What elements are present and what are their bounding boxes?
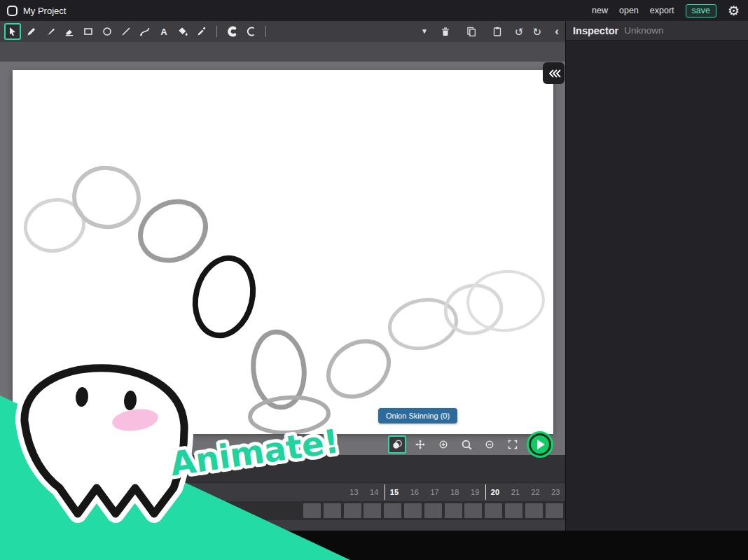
frame-cell[interactable]: [485, 503, 502, 518]
ellipse-icon: [102, 26, 113, 37]
fit-screen-icon: [507, 439, 518, 450]
inspector-title: Inspector: [573, 25, 618, 36]
frame-cell[interactable]: [363, 503, 381, 518]
onion-skin-icon: [392, 439, 403, 450]
save-button[interactable]: save: [686, 4, 716, 18]
zoom-in-button[interactable]: [434, 435, 452, 454]
new-button[interactable]: new: [592, 6, 608, 15]
eyedropper-icon: [196, 26, 207, 37]
inspector-selection: Unknown: [624, 25, 663, 36]
frame-number[interactable]: 21: [505, 488, 525, 496]
paste-icon: [492, 26, 503, 37]
frame-cell[interactable]: [464, 503, 482, 518]
move-arrows-icon: [415, 439, 426, 450]
frame-number[interactable]: 18: [445, 488, 465, 496]
paint-bucket-icon: [177, 26, 188, 37]
view-toolbar: [388, 431, 553, 458]
onion-skinning-tooltip: Onion Skinning (0): [378, 408, 457, 424]
round-cap-option[interactable]: [223, 23, 240, 40]
toolbar-separator: [216, 26, 217, 37]
app-logo-icon: [7, 6, 18, 16]
frame-cell[interactable]: [525, 503, 543, 518]
frame-number[interactable]: 22: [525, 488, 546, 496]
inspector-panel: Inspector Unknown: [565, 21, 748, 531]
curve-tool[interactable]: [137, 23, 153, 40]
app-window: My Project new open export save ⚙: [0, 0, 748, 560]
promo-caption: Animate!: [168, 421, 342, 483]
tool-options-dropdown[interactable]: ▼: [421, 28, 428, 35]
zoom-button[interactable]: [457, 435, 476, 454]
open-button[interactable]: open: [619, 6, 639, 15]
frame-cell[interactable]: [324, 503, 341, 518]
flat-cap-option[interactable]: [242, 23, 259, 40]
frame-cell[interactable]: [424, 503, 442, 518]
toolbar-separator: [265, 26, 266, 37]
eraser-icon: [64, 26, 75, 37]
round-cap-icon: [226, 26, 237, 37]
settings-gear-icon[interactable]: ⚙: [728, 4, 740, 18]
zoom-out-icon: [485, 440, 494, 449]
triple-chevron-left-icon: [547, 68, 561, 79]
zoom-in-icon: [438, 440, 448, 449]
frame-number[interactable]: 13: [344, 488, 364, 496]
flat-cap-icon: [245, 26, 256, 37]
play-icon: [531, 435, 549, 454]
line-icon: [120, 26, 132, 37]
frame-cell[interactable]: [384, 503, 401, 518]
undo-button[interactable]: ↺: [515, 27, 524, 37]
copy-icon: [466, 26, 477, 37]
frame-number-keyframe[interactable]: 15: [385, 488, 405, 496]
paste-button[interactable]: [489, 23, 506, 40]
fill-tool[interactable]: [174, 23, 191, 40]
frame-cell[interactable]: [404, 503, 422, 518]
project-title: My Project: [23, 6, 66, 16]
onion-skin-button[interactable]: [388, 435, 406, 454]
pan-button[interactable]: [411, 435, 429, 454]
text-tool-icon: A: [160, 27, 167, 37]
frame-number[interactable]: 17: [424, 488, 445, 496]
frame-cell[interactable]: [546, 503, 563, 518]
canvas-shadow-strip: [0, 42, 565, 62]
frame-number[interactable]: 14: [364, 488, 385, 496]
zoom-out-button[interactable]: [480, 435, 499, 454]
trash-icon: [440, 26, 451, 37]
frame-number-keyframe[interactable]: 20: [485, 488, 506, 496]
frame-number[interactable]: 19: [465, 488, 485, 496]
select-tool[interactable]: [4, 23, 21, 40]
brush-icon: [45, 26, 56, 37]
redo-button[interactable]: ↻: [532, 27, 541, 37]
curve-icon: [139, 26, 151, 37]
frame-cell[interactable]: [303, 503, 321, 518]
collapse-panel-button[interactable]: [543, 62, 565, 84]
fit-screen-button[interactable]: [504, 435, 522, 454]
play-button[interactable]: [527, 431, 553, 458]
eyedropper-tool[interactable]: [193, 23, 210, 40]
frame-number[interactable]: 16: [404, 488, 424, 496]
rectangle-icon: [83, 26, 94, 37]
magnifier-icon: [461, 439, 473, 451]
pencil-icon: [26, 26, 37, 37]
brush-tool[interactable]: [42, 23, 59, 40]
tool-bar: A: [0, 21, 565, 42]
rectangle-tool[interactable]: [80, 23, 97, 40]
delete-button[interactable]: [437, 23, 454, 40]
inspector-header: Inspector Unknown: [566, 21, 748, 41]
pencil-tool[interactable]: [23, 23, 40, 40]
text-tool[interactable]: A: [155, 23, 172, 40]
copy-button[interactable]: [463, 23, 480, 40]
frame-cell[interactable]: [344, 503, 361, 518]
export-button[interactable]: export: [650, 6, 674, 15]
cursor-icon: [7, 26, 18, 37]
frame-cell[interactable]: [445, 503, 462, 518]
eraser-tool[interactable]: [61, 23, 78, 40]
frame-number[interactable]: 23: [546, 488, 566, 496]
ellipse-tool[interactable]: [99, 23, 116, 40]
frame-cell[interactable]: [505, 503, 522, 518]
title-bar: My Project new open export save ⚙: [0, 0, 748, 21]
collapse-inspector-chevron[interactable]: ‹: [555, 21, 559, 42]
line-tool[interactable]: [118, 23, 134, 40]
